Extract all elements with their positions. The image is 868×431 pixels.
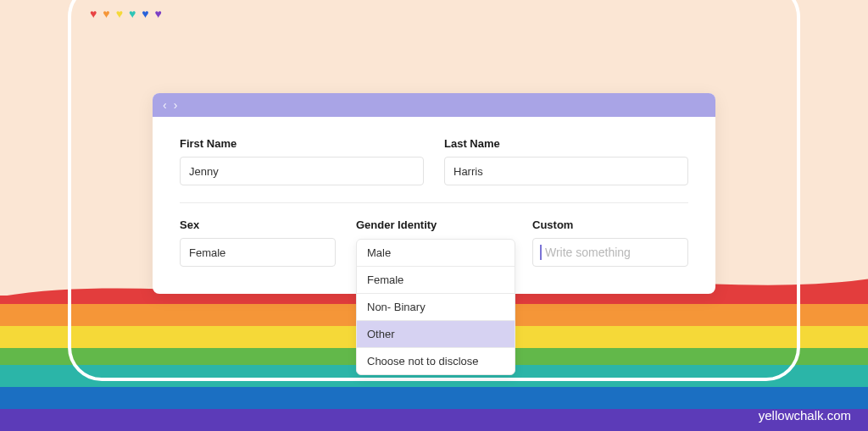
- heart-icon: ♥: [116, 7, 123, 20]
- gender-identity-dropdown[interactable]: Male Female Non- Binary Other Choose not…: [356, 239, 515, 375]
- custom-input[interactable]: [532, 238, 688, 267]
- sex-label: Sex: [180, 218, 336, 231]
- custom-label: Custom: [532, 218, 688, 231]
- form-body: First Name Last Name Sex Gender Identity…: [153, 117, 715, 294]
- gender-option-other[interactable]: Other: [357, 321, 515, 348]
- heart-icon: ♥: [103, 7, 109, 20]
- gender-identity-label: Gender Identity: [356, 218, 512, 231]
- gender-option-undisclosed[interactable]: Choose not to disclose: [357, 348, 515, 374]
- nav-forward-icon[interactable]: ›: [174, 98, 178, 112]
- gender-option-nonbinary[interactable]: Non- Binary: [357, 294, 515, 321]
- form-window: ‹ › First Name Last Name Sex Gender Iden…: [153, 93, 715, 294]
- first-name-label: First Name: [180, 137, 424, 150]
- last-name-label: Last Name: [444, 137, 688, 150]
- divider: [180, 202, 688, 203]
- heart-icon: ♥: [129, 7, 136, 20]
- window-header: ‹ ›: [153, 93, 715, 117]
- last-name-input[interactable]: [444, 157, 688, 185]
- first-name-input[interactable]: [180, 157, 424, 185]
- heart-icon: ♥: [155, 7, 162, 20]
- heart-icon: ♥: [90, 7, 97, 20]
- gender-option-male[interactable]: Male: [357, 240, 515, 267]
- sex-input[interactable]: [180, 238, 336, 267]
- hearts-row: ♥ ♥ ♥ ♥ ♥ ♥: [90, 7, 162, 20]
- credit-text: yellowchalk.com: [759, 408, 851, 423]
- gender-option-female[interactable]: Female: [357, 267, 515, 294]
- nav-back-icon[interactable]: ‹: [163, 98, 167, 112]
- heart-icon: ♥: [142, 7, 148, 20]
